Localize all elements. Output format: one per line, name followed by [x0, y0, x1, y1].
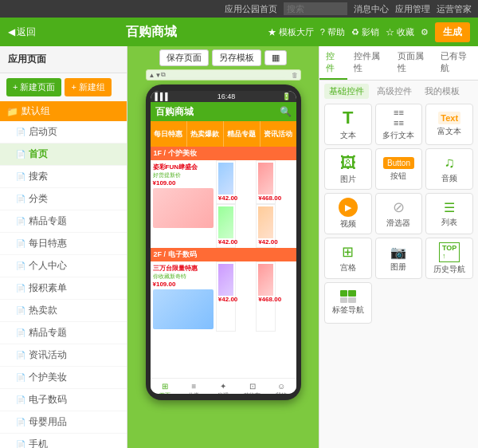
- widget-album[interactable]: 📷 图册: [375, 238, 423, 279]
- sidebar-item-quality[interactable]: 📄 精品专题: [0, 322, 127, 344]
- sidebar-item-profile[interactable]: 📄 个人中心: [0, 255, 127, 277]
- nav-discover[interactable]: ✦ 发现: [209, 379, 238, 394]
- topbar-ops[interactable]: 运营管家: [437, 3, 472, 15]
- widget-rich-text[interactable]: Text 富文本: [425, 104, 473, 145]
- widget-list-label: 列表: [441, 217, 457, 228]
- sidebar: 应用页面 + 新建页面 + 新建组 📁 默认组 📄 启动页 📄 首页 📄 搜索 …: [0, 46, 127, 448]
- product-item[interactable]: ¥42.00: [256, 204, 276, 248]
- widget-tag-nav-label: 标签导航: [332, 305, 364, 316]
- widget-history-nav-label: 历史导航: [433, 264, 465, 275]
- product-image: [218, 206, 233, 238]
- nav-home[interactable]: ⊞ 首页: [151, 379, 180, 394]
- product-item[interactable]: ¥468.00: [256, 261, 276, 332]
- product-item[interactable]: ¥42.00: [216, 160, 236, 204]
- nav-mine[interactable]: ☺ 我的: [267, 379, 296, 394]
- page-icon: 📄: [16, 217, 25, 226]
- widget-image[interactable]: 🖼 图片: [324, 148, 372, 190]
- tab-advanced-widgets[interactable]: 高级控件: [372, 84, 417, 99]
- widget-button[interactable]: Button 按钮: [375, 148, 423, 190]
- favorite-btn[interactable]: ☆ 收藏: [386, 26, 414, 38]
- sidebar-item-beauty[interactable]: 📄 个护美妆: [0, 367, 127, 389]
- up-arrow-icon[interactable]: ▲: [149, 72, 155, 79]
- sidebar-actions: + 新建页面 + 新建组: [0, 73, 127, 101]
- widget-button-label: 按钮: [390, 171, 406, 182]
- new-group-button[interactable]: + 新建组: [65, 78, 111, 96]
- widget-text[interactable]: T 文本: [324, 104, 372, 145]
- sidebar-item-home[interactable]: 📄 首页: [0, 143, 127, 166]
- topbar-app-mgr[interactable]: 应用管理: [395, 3, 430, 15]
- search-input[interactable]: [284, 2, 347, 15]
- phone-content[interactable]: 1F / 个护美妆 姿彩FUN肆盛会 好货提新价 ¥109.00 ¥: [151, 147, 296, 378]
- widget-history-nav[interactable]: TOP↑ 历史导航: [425, 238, 473, 279]
- generate-button[interactable]: 生成: [435, 22, 470, 42]
- page-icon: 📄: [16, 261, 25, 270]
- tab-basic-widgets[interactable]: 基础控件: [324, 84, 369, 99]
- save-page-button[interactable]: 保存页面: [159, 49, 209, 66]
- sidebar-item-phone[interactable]: 📄 手机: [0, 434, 127, 448]
- product-item[interactable]: ¥42.00: [216, 261, 236, 332]
- sidebar-item-digital[interactable]: 📄 电子数码: [0, 389, 127, 411]
- banner-daily[interactable]: 每日特惠: [151, 121, 187, 147]
- widget-slider[interactable]: ⊘ 滑选器: [375, 193, 423, 234]
- widget-section-tabs: 基础控件 高级控件 我的模板: [324, 84, 473, 99]
- main-header: ◀ 返回 百购商城 ★ 模板大厅 ? 帮助 ♻ 影销 ☆ 收藏 ⚙ 生成: [0, 18, 478, 46]
- widget-list[interactable]: ☰ 列表: [425, 193, 473, 234]
- audio-widget-icon: ♫: [444, 155, 455, 171]
- sidebar-group-default[interactable]: 📁 默认组: [0, 101, 127, 121]
- preview-button[interactable]: ▦: [264, 50, 287, 65]
- sidebar-title: 应用页面: [0, 46, 127, 73]
- widget-image-label: 图片: [340, 174, 356, 185]
- settings-icon[interactable]: ⚙: [421, 27, 429, 37]
- sidebar-item-news[interactable]: 📄 资讯活动: [0, 344, 127, 367]
- banner-news[interactable]: 资讯活动: [261, 121, 296, 147]
- banner-hot[interactable]: 热卖爆款: [187, 121, 224, 147]
- sidebar-item-category[interactable]: 📄 分类: [0, 188, 127, 210]
- marketing-btn[interactable]: ♻ 影销: [351, 26, 379, 38]
- new-page-button[interactable]: + 新建页面: [6, 78, 61, 96]
- tab-nav[interactable]: 已有导航: [434, 46, 478, 80]
- copy-icon[interactable]: ⧉: [161, 71, 166, 79]
- search-icon[interactable]: 🔍: [280, 106, 292, 117]
- help-btn[interactable]: ? 帮助: [320, 26, 345, 38]
- product-image: [218, 163, 233, 195]
- nav-category[interactable]: ≡ 分类: [179, 379, 209, 394]
- tab-my-templates[interactable]: 我的模板: [420, 84, 464, 99]
- section2-promo-price: ¥109.00: [153, 281, 214, 288]
- app-link[interactable]: 应用公园首页: [225, 3, 277, 15]
- widget-video[interactable]: ▶ 视频: [324, 193, 372, 234]
- tab-page-props[interactable]: 页面属性: [391, 46, 435, 80]
- section1-products: ¥42.00 ¥468.00 ¥42.00: [216, 160, 296, 248]
- nav-cart[interactable]: ⊡ 购物车: [237, 379, 267, 394]
- down-arrow-icon[interactable]: ▼: [155, 72, 161, 79]
- sidebar-item-featured[interactable]: 📄 精品专题: [0, 210, 127, 233]
- template-hall-btn[interactable]: ★ 模板大厅: [268, 26, 314, 38]
- tab-widgets[interactable]: 控件: [319, 46, 347, 80]
- page-icon: 📄: [16, 128, 25, 136]
- widget-multiline-text[interactable]: ≡≡≡≡ 多行文本: [375, 104, 423, 145]
- product-item[interactable]: ¥468.00: [256, 160, 276, 204]
- section2-header: 2F / 电子数码: [151, 248, 296, 261]
- phone-app-name: 百购商城: [155, 105, 194, 119]
- back-button[interactable]: ◀ 返回: [8, 26, 36, 39]
- widget-grid-label: 宫格: [340, 262, 356, 273]
- delete-icon[interactable]: 🗑: [292, 72, 298, 79]
- panel-main-tabs: 控件 控件属性 页面属性 已有导航: [319, 46, 478, 81]
- topbar-msg[interactable]: 消息中心: [354, 3, 389, 15]
- sidebar-item-daily[interactable]: 📄 每日特惠: [0, 233, 127, 255]
- banner-featured[interactable]: 精品专题: [224, 121, 261, 147]
- sidebar-item-hot[interactable]: 📄 热卖款: [0, 300, 127, 322]
- section1-promo: 姿彩FUN肆盛会 好货提新价 ¥109.00: [151, 160, 216, 248]
- product-item[interactable]: ¥42.00: [216, 204, 236, 248]
- sidebar-item-baby[interactable]: 📄 母婴用品: [0, 411, 127, 434]
- sidebar-item-launch[interactable]: 📄 启动页: [0, 121, 127, 143]
- widget-grid-item[interactable]: ⊞ 宫格: [324, 238, 372, 279]
- widget-audio[interactable]: ♫ 音频: [425, 148, 473, 190]
- sidebar-item-search[interactable]: 📄 搜索: [0, 166, 127, 188]
- save-template-button[interactable]: 另存模板: [212, 49, 261, 66]
- widget-tag-nav[interactable]: 标签导航: [324, 282, 372, 324]
- drag-handle[interactable]: ▲ ▼ ⧉ 🗑: [146, 69, 301, 81]
- tab-widget-props[interactable]: 控件属性: [347, 46, 391, 80]
- page-icon: 📄: [16, 418, 25, 426]
- sidebar-item-cart[interactable]: 📄 报积素单: [0, 277, 127, 300]
- page-icon: 📄: [16, 351, 25, 360]
